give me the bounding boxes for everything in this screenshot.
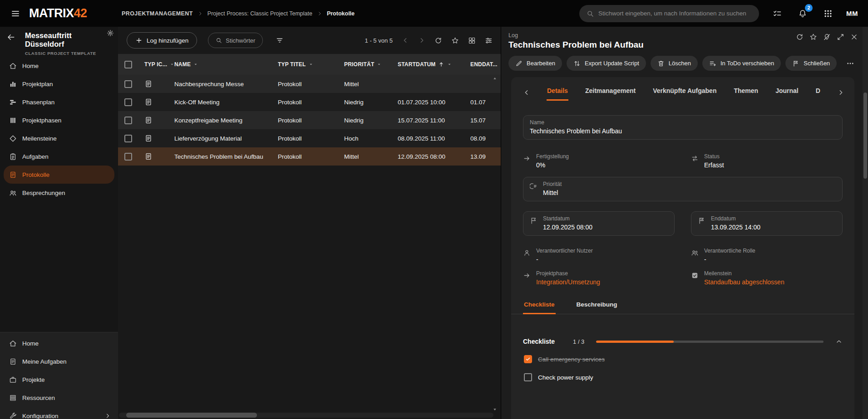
sidebar-item-aufgaben[interactable]: Aufgaben	[4, 147, 114, 166]
field-prioritaet[interactable]: Priorität Mittel	[523, 177, 843, 201]
gear-icon[interactable]	[107, 29, 114, 37]
sidebar-item-label: Besprechungen	[22, 190, 65, 196]
sidebar-item-phasenplan[interactable]: Phasenplan	[4, 93, 114, 111]
checklist-checkbox-checked[interactable]	[524, 355, 532, 363]
move-to-todo-button[interactable]: In ToDo verschieben	[702, 56, 781, 71]
sort-caret-icon	[447, 62, 452, 67]
meilenstein-link[interactable]: Standaufbau abgeschlossen	[704, 278, 784, 286]
app-launcher-icon[interactable]	[821, 6, 835, 21]
refresh-icon[interactable]	[796, 33, 804, 41]
vertical-scrollbar[interactable]	[863, 27, 868, 419]
tabs-scroll-left-icon[interactable]	[523, 89, 530, 96]
field-status: Status Erfasst	[691, 153, 843, 169]
tab-dokumente-clipped[interactable]: D	[815, 84, 821, 101]
table-row[interactable]: Kick-Off Meeting Protokoll Niedrig 01.07…	[118, 93, 501, 111]
sidebar-item-ressourcen[interactable]: Ressourcen	[4, 389, 114, 407]
topbar-actions: 2 MM	[579, 0, 858, 27]
field-enddatum[interactable]: Enddatum 13.09.2025 14:00	[691, 211, 843, 236]
export-update-script-button[interactable]: Export Update Script	[567, 56, 646, 71]
scroll-up-icon[interactable]	[492, 76, 498, 81]
back-icon[interactable]	[7, 33, 15, 41]
people-icon	[9, 189, 17, 197]
close-record-button[interactable]: Schließen	[785, 56, 837, 71]
cell-name: Kick-Off Meeting	[174, 99, 278, 106]
menu-icon[interactable]	[7, 5, 24, 22]
column-prioritaet[interactable]: PRIORITÄT	[344, 61, 398, 68]
row-checkbox[interactable]	[124, 135, 132, 142]
sidebar-item-home-global[interactable]: Home	[4, 334, 114, 352]
checklist-checkbox-unchecked[interactable]	[524, 373, 532, 381]
row-checkbox[interactable]	[124, 98, 132, 106]
notifications-bell-icon[interactable]: 2	[795, 6, 810, 21]
favorite-star-icon[interactable]	[451, 37, 459, 44]
table-row[interactable]: Nachbesprechung Messe Protokoll Mittel	[118, 75, 501, 93]
row-checkbox[interactable]	[124, 80, 132, 88]
field-name[interactable]: Name Technisches Problem bei Aufbau	[523, 115, 843, 140]
table-row[interactable]: Konzeptfreigabe Meeting Protokoll Niedri…	[118, 111, 501, 129]
scroll-down-icon[interactable]	[492, 407, 498, 412]
filter-icon[interactable]	[276, 36, 284, 44]
table-row-selected[interactable]: Technisches Problem bei Aufbau Protokoll…	[118, 147, 501, 166]
sidebar-item-meine-aufgaben[interactable]: Meine Aufgaben	[4, 352, 114, 370]
select-all-checkbox[interactable]	[124, 61, 132, 68]
favorite-star-icon[interactable]	[809, 33, 817, 41]
sidebar-item-home[interactable]: Home	[4, 57, 114, 75]
collapse-chevron-icon[interactable]	[835, 338, 843, 345]
column-typ-titel[interactable]: TYP TITEL	[278, 61, 344, 68]
row-checkbox[interactable]	[124, 153, 132, 161]
projektphase-link[interactable]: Integration/Umsetzung	[536, 278, 600, 286]
subtab-beschreibung[interactable]: Beschreibung	[576, 298, 618, 314]
home-icon	[9, 340, 17, 347]
sort-caret-icon	[193, 62, 198, 67]
delete-button[interactable]: Löschen	[651, 56, 698, 71]
clipboard-icon	[9, 153, 17, 161]
edit-button[interactable]: Bearbeiten	[508, 56, 562, 71]
pagination-label: 1 - 5 von 5	[365, 37, 393, 44]
add-log-button[interactable]: Log hinzufügen	[127, 32, 197, 49]
global-search-input[interactable]	[598, 10, 752, 17]
sidebar-item-projekte[interactable]: Projekte	[4, 370, 114, 389]
column-name[interactable]: NAME	[174, 61, 278, 68]
my-checklist-icon[interactable]	[770, 6, 784, 21]
table-row[interactable]: Lieferverzögung Material Protokoll Hoch …	[118, 129, 501, 147]
keyword-filter-chip[interactable]: Stichwörter	[208, 33, 263, 48]
more-actions-icon[interactable]	[846, 59, 854, 68]
cell-prioritaet: Hoch	[344, 135, 398, 142]
page-prev-icon[interactable]	[402, 37, 409, 44]
sidebar-item-projektphasen[interactable]: Projektphasen	[4, 111, 114, 129]
row-checkbox[interactable]	[124, 117, 132, 124]
sidebar-item-besprechungen[interactable]: Besprechungen	[4, 184, 114, 202]
close-icon[interactable]	[850, 33, 858, 41]
app-logo[interactable]: MATRIX42	[29, 6, 87, 20]
tab-themen[interactable]: Themen	[733, 84, 759, 101]
global-search[interactable]	[579, 5, 759, 22]
page-next-icon[interactable]	[418, 37, 425, 44]
breadcrumb-item-protokolle: Protokolle	[327, 10, 355, 17]
column-startdatum[interactable]: STARTDATUM	[398, 61, 470, 68]
sidebar-item-projektplan[interactable]: Projektplan	[4, 75, 114, 93]
user-avatar[interactable]: MM	[846, 10, 858, 17]
column-enddatum[interactable]: ENDDAT...	[470, 61, 501, 68]
layout-view-icon[interactable]	[468, 37, 476, 44]
logo-accent: 42	[74, 6, 87, 20]
column-typ-icon[interactable]: TYP IC...	[138, 61, 174, 68]
subtab-checkliste[interactable]: Checkliste	[523, 298, 556, 314]
tab-journal[interactable]: Journal	[775, 84, 799, 101]
field-startdatum[interactable]: Startdatum 12.09.2025 08:00	[523, 211, 675, 236]
tab-zeitmanagement[interactable]: Zeitmanagement	[585, 84, 636, 101]
tab-verknuepfte-aufgaben[interactable]: Verknüpfte Aufgaben	[652, 84, 717, 101]
unpin-icon[interactable]	[823, 33, 831, 41]
sidebar-item-protokolle[interactable]: Protokolle	[4, 166, 114, 184]
horizontal-scrollbar-thumb[interactable]	[126, 413, 257, 418]
tab-details[interactable]: Details	[547, 84, 568, 101]
vertical-scrollbar-thumb[interactable]	[863, 93, 867, 179]
tabs-scroll-right-icon[interactable]	[837, 89, 844, 96]
refresh-icon[interactable]	[434, 37, 442, 44]
list-settings-icon[interactable]	[485, 37, 493, 44]
sidebar-item-konfiguration[interactable]: Konfiguration	[4, 407, 114, 419]
horizontal-scrollbar[interactable]	[119, 413, 493, 418]
breadcrumb-item-project-process[interactable]: Project Process: Classic Project Templat…	[207, 10, 312, 17]
sidebar-item-meilensteine[interactable]: Meilensteine	[4, 129, 114, 147]
expand-icon[interactable]	[837, 33, 844, 41]
breadcrumb-item-projektmanagement[interactable]: PROJEKTMANAGEMENT	[122, 10, 193, 17]
